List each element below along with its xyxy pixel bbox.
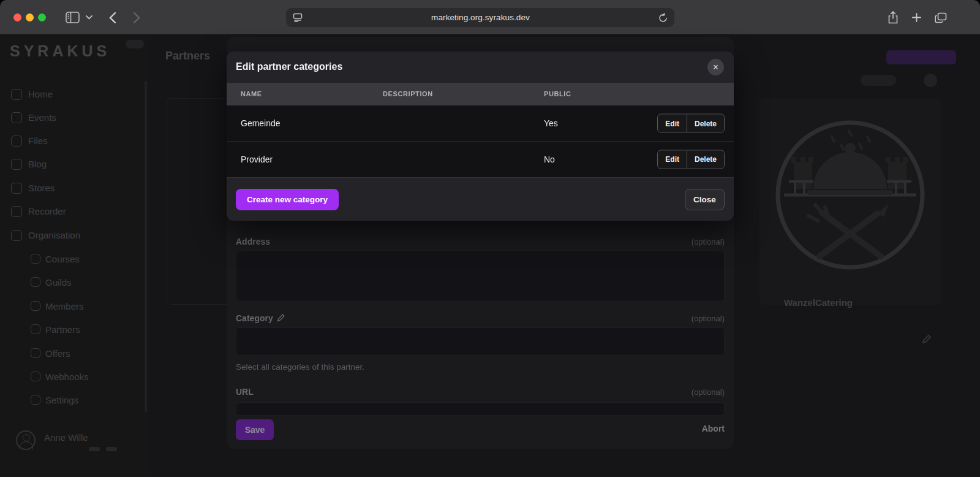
category-name: Gemeinde xyxy=(241,118,281,128)
category-public: No xyxy=(544,155,555,164)
sidebar-item-organisation[interactable]: Organisation xyxy=(0,229,150,243)
events-icon xyxy=(11,112,22,123)
chevron-down-icon[interactable] xyxy=(85,0,93,35)
close-icon[interactable]: × xyxy=(707,59,724,75)
background-control-pill[interactable] xyxy=(861,75,896,86)
table-row: Gemeinde Yes Edit Delete xyxy=(227,105,734,141)
save-button[interactable]: Save xyxy=(236,419,274,440)
sidebar-item-events[interactable]: Events xyxy=(0,111,150,126)
close-window-button[interactable] xyxy=(13,13,21,21)
edit-button[interactable]: Edit xyxy=(658,115,687,132)
organisation-icon xyxy=(11,230,22,241)
close-button[interactable]: Close xyxy=(685,189,725,210)
address-optional: (optional) xyxy=(692,237,725,246)
edit-button[interactable]: Edit xyxy=(658,150,687,168)
page-settings-icon[interactable] xyxy=(293,13,303,22)
sidebar-item-guilds[interactable]: Guilds xyxy=(0,276,150,291)
modal-title: Edit partner categories xyxy=(236,61,342,72)
card-edit-icon[interactable] xyxy=(922,334,932,344)
abort-button[interactable]: Abort xyxy=(702,424,725,433)
partner-card[interactable]: WanzelCatering xyxy=(760,98,941,305)
user-name: Anne Wille xyxy=(44,432,88,443)
category-help: Select all categories of this partner. xyxy=(236,362,364,372)
page-title: Partners xyxy=(165,50,210,63)
row-actions: Edit Delete xyxy=(657,114,725,133)
back-icon[interactable] xyxy=(107,0,118,35)
url-input[interactable] xyxy=(236,402,725,416)
user-meta-pill xyxy=(89,447,100,451)
sidebar-toggle-icon[interactable] xyxy=(65,0,80,35)
category-edit-pencil-icon[interactable] xyxy=(277,313,285,322)
user-avatar[interactable] xyxy=(16,430,36,450)
modal-footer: Create new category Close xyxy=(227,177,734,221)
courses-icon xyxy=(31,254,40,264)
webhooks-icon xyxy=(31,372,40,381)
new-tab-icon[interactable] xyxy=(910,0,922,35)
table-header-row: NAME DESCRIPTION PUBLIC xyxy=(227,83,734,105)
address-textarea[interactable] xyxy=(236,250,725,302)
create-new-category-button[interactable]: Create new category xyxy=(236,189,339,210)
category-public: Yes xyxy=(544,118,558,128)
share-icon[interactable] xyxy=(886,0,900,35)
url-optional: (optional) xyxy=(692,387,725,397)
partners-icon xyxy=(31,324,40,334)
sidebar-badge xyxy=(126,40,144,48)
guilds-icon xyxy=(31,277,40,287)
offers-icon xyxy=(31,348,40,358)
sidebar-item-offers[interactable]: Offers xyxy=(0,347,150,362)
home-icon xyxy=(11,89,22,100)
recorder-icon xyxy=(11,206,22,217)
stores-icon xyxy=(11,183,22,194)
column-header-description: DESCRIPTION xyxy=(383,90,433,97)
delete-button[interactable]: Delete xyxy=(687,115,724,132)
sidebar: SYRAKUS Home Events Files Blog Stores Re… xyxy=(0,35,150,477)
settings-icon xyxy=(31,395,40,405)
partner-card-name: WanzelCatering xyxy=(784,297,853,308)
url-label: URL xyxy=(236,387,254,397)
tab-overview-icon[interactable] xyxy=(933,0,948,35)
category-name: Provider xyxy=(241,155,273,164)
category-label: Category xyxy=(236,313,273,323)
sidebar-item-home[interactable]: Home xyxy=(0,88,150,102)
address-label: Address xyxy=(236,237,270,246)
forward-icon[interactable] xyxy=(131,0,142,35)
column-header-name: NAME xyxy=(241,90,262,97)
catering-logo-image xyxy=(771,103,930,287)
user-meta-pill xyxy=(106,447,117,451)
sidebar-item-webhooks[interactable]: Webhooks xyxy=(0,370,150,385)
blog-icon xyxy=(11,159,22,170)
row-actions: Edit Delete xyxy=(657,150,725,169)
sidebar-item-settings[interactable]: Settings xyxy=(0,394,150,408)
delete-button[interactable]: Delete xyxy=(687,150,724,168)
sidebar-item-recorder[interactable]: Recorder xyxy=(0,205,150,219)
column-header-public: PUBLIC xyxy=(544,90,571,97)
reload-icon[interactable] xyxy=(658,13,668,23)
address-bar[interactable]: marketing.org.syrakus.dev xyxy=(286,8,674,27)
members-icon xyxy=(31,301,40,311)
category-optional: (optional) xyxy=(692,314,725,323)
sidebar-item-files[interactable]: Files xyxy=(0,134,150,149)
sidebar-item-members[interactable]: Members xyxy=(0,300,150,315)
files-icon xyxy=(11,135,22,147)
app-logo: SYRAKUS xyxy=(10,42,110,60)
sidebar-item-blog[interactable]: Blog xyxy=(0,158,150,172)
background-avatar-circle[interactable] xyxy=(924,74,937,87)
sidebar-item-stores[interactable]: Stores xyxy=(0,181,150,196)
modal-header: Edit partner categories × xyxy=(227,52,734,83)
create-partner-button[interactable] xyxy=(886,50,956,64)
edit-partner-categories-modal: Edit partner categories × NAME DESCRIPTI… xyxy=(227,52,734,221)
sidebar-scrollbar[interactable] xyxy=(145,81,147,412)
browser-window: marketing.org.syrakus.dev xyxy=(0,0,980,477)
sidebar-item-partners[interactable]: Partners xyxy=(0,323,150,338)
table-row: Provider No Edit Delete xyxy=(227,141,734,177)
browser-toolbar: marketing.org.syrakus.dev xyxy=(0,0,980,35)
minimize-window-button[interactable] xyxy=(26,13,34,21)
url-text: marketing.org.syrakus.dev xyxy=(303,13,658,22)
sidebar-item-courses[interactable]: Courses xyxy=(0,253,150,267)
category-input[interactable] xyxy=(236,327,725,356)
zoom-window-button[interactable] xyxy=(38,13,46,21)
